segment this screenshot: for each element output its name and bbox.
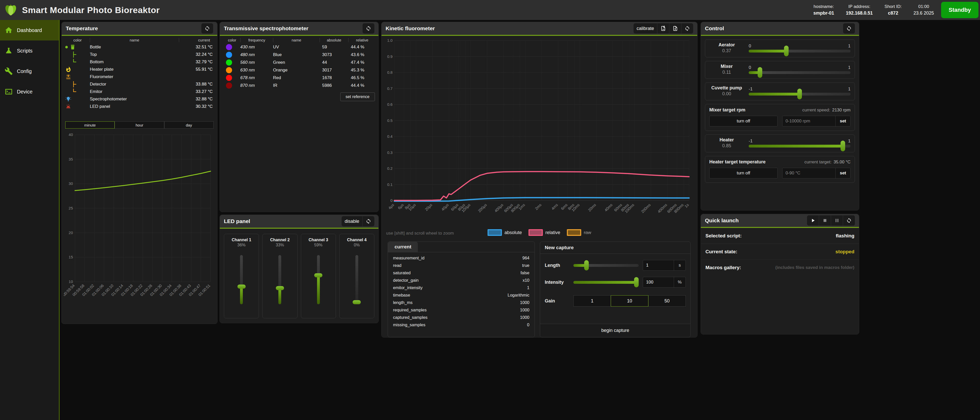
spectro-row: 480 nm Blue 3073 43.6 % — [220, 51, 379, 59]
sensor-current-value: 32.51 °C — [181, 45, 217, 50]
sensor-current-value: 30.32 °C — [181, 104, 217, 109]
temperature-refresh-button[interactable] — [201, 23, 213, 34]
temperature-row: Spectrophotometer 32.88 °C — [62, 95, 217, 103]
wavelength-color-dot — [226, 44, 232, 50]
col-current: current — [179, 38, 215, 42]
legend-item[interactable]: raw — [567, 229, 591, 236]
absolute-value: 59 — [322, 45, 351, 50]
measurement-value: 1000 — [520, 308, 530, 313]
heater-turn-off-button[interactable]: turn off — [709, 168, 778, 179]
heater-control: Heater 0.85 -11 — [705, 134, 855, 152]
relative-value: 45.3 % — [351, 68, 379, 73]
svg-text:1.0: 1.0 — [387, 38, 393, 43]
range-tab[interactable]: hour — [115, 121, 164, 129]
stop-script-button[interactable] — [819, 216, 831, 226]
gain-option-button[interactable]: 50 — [648, 295, 686, 307]
export-image-button[interactable] — [657, 23, 669, 34]
temperature-panel: Temperature color name current Bottle 32… — [61, 22, 218, 324]
channel-name: Orange — [273, 68, 322, 73]
fluorometer-chart[interactable]: 00.10.20.30.40.50.60.70.80.91.04µs6µs8µs… — [384, 37, 694, 228]
sidebar-item[interactable]: Scripts — [0, 40, 59, 61]
slider-handle[interactable] — [758, 67, 762, 78]
heater-target-temperature-control: Heater target temperature current target… — [705, 156, 855, 183]
led-disable-button[interactable]: disable — [342, 216, 362, 227]
led-channel-label: Channel 3 — [309, 238, 328, 242]
range-tab[interactable]: day — [164, 121, 214, 129]
led-channel-slider[interactable] — [355, 255, 358, 304]
slider-handle[interactable] — [237, 284, 246, 289]
selected-script-row: Selected script: flashing — [701, 228, 859, 244]
slider-handle[interactable] — [797, 89, 802, 99]
spectrophotometer-refresh-button[interactable] — [363, 23, 374, 34]
temperature-row: Top 32.24 °C — [62, 51, 217, 58]
heater-value: 0.85 — [708, 143, 746, 149]
slider-handle[interactable] — [276, 286, 284, 290]
svg-text:2ms: 2ms — [534, 203, 542, 211]
gain-options: 1 10 50 — [573, 295, 686, 307]
standby-status-button[interactable]: Standby — [941, 2, 978, 18]
quick-launch-refresh-button[interactable] — [843, 216, 855, 226]
slider-handle[interactable] — [784, 46, 789, 56]
mixer-rpm-input[interactable] — [783, 116, 835, 126]
play-script-button[interactable] — [807, 216, 819, 226]
led-channel-slider[interactable] — [317, 255, 320, 304]
intensity-input[interactable] — [643, 277, 674, 287]
mixer-slider[interactable] — [749, 71, 851, 74]
pause-script-button[interactable] — [831, 216, 843, 226]
current-tab[interactable]: current — [388, 242, 418, 252]
sensor-current-value: 33.27 °C — [181, 89, 217, 94]
header-info-value: smpbr-01 — [813, 10, 834, 16]
mixer-rpm-set-button[interactable]: set — [835, 116, 850, 126]
heater-temp-set-button[interactable]: set — [835, 168, 850, 178]
play-icon — [810, 218, 816, 223]
spectro-row: 870 nm IR 5986 44.4 % — [220, 82, 379, 89]
wavelength: 678 nm — [240, 75, 273, 80]
led-refresh-button[interactable] — [362, 216, 374, 227]
heater-temp-input[interactable] — [783, 168, 835, 178]
slider-handle[interactable] — [840, 141, 845, 151]
led-channel-percent: 59% — [314, 243, 322, 248]
begin-capture-button[interactable]: begin capture — [540, 324, 690, 337]
legend-item[interactable]: relative — [529, 229, 560, 236]
gain-option-button[interactable]: 10 — [611, 295, 648, 307]
fluorometer-refresh-button[interactable] — [681, 23, 693, 34]
intensity-slider[interactable] — [573, 281, 639, 284]
slider-handle[interactable] — [634, 277, 639, 287]
spectro-row: 630 nm Orange 3017 45.3 % — [220, 66, 379, 74]
svg-text:40: 40 — [68, 133, 73, 137]
led-channel-slider[interactable] — [240, 255, 243, 304]
aerator-slider[interactable] — [749, 50, 851, 53]
spectro-row: 560 nm Green 44 47.4 % — [220, 59, 379, 66]
measurement-row: saturated false — [388, 269, 535, 276]
control-refresh-button[interactable] — [843, 23, 855, 34]
heater-slider[interactable] — [749, 145, 851, 147]
sidebar-item[interactable]: Device — [0, 81, 59, 102]
sidebar-item[interactable]: Config — [0, 61, 59, 81]
length-slider[interactable] — [573, 264, 639, 267]
range-tab[interactable]: minute — [65, 121, 115, 129]
set-reference-button[interactable]: set reference — [340, 93, 375, 101]
header-info-item: hostname: smpbr-01 — [813, 3, 834, 17]
cuvette-pump-slider[interactable] — [749, 93, 851, 96]
sidebar-item[interactable]: Dashboard — [0, 20, 59, 40]
led-channel: Channel 3 59% — [301, 234, 336, 318]
slider-handle[interactable] — [314, 273, 322, 277]
length-input[interactable] — [643, 260, 674, 270]
slider-handle[interactable] — [353, 300, 361, 304]
mixer-target-rpm-control: Mixer target rpm current speed:2130 rpm … — [705, 104, 855, 131]
quick-launch-title: Quick launch — [705, 217, 739, 224]
gain-option-button[interactable]: 1 — [573, 295, 611, 307]
mixer-turn-off-button[interactable]: turn off — [709, 116, 778, 126]
spectro-table-header: color frequency name absolute relative — [220, 36, 379, 43]
sensor-name: LED panel — [90, 104, 181, 109]
absolute-value: 3017 — [322, 68, 351, 73]
header-info-label: 01:00 — [913, 3, 934, 10]
svg-text:400µs: 400µs — [493, 203, 504, 213]
slider-handle[interactable] — [584, 260, 589, 270]
temperature-chart: 1015202530354000:59:5400:59:5801:00:0201… — [64, 131, 214, 310]
legend-item[interactable]: absolute — [487, 229, 522, 236]
export-data-button[interactable] — [669, 23, 681, 34]
led-channel-slider[interactable] — [278, 255, 281, 304]
led-channel: Channel 1 36% — [224, 234, 259, 318]
calibrate-button[interactable]: calibrate — [633, 23, 657, 34]
